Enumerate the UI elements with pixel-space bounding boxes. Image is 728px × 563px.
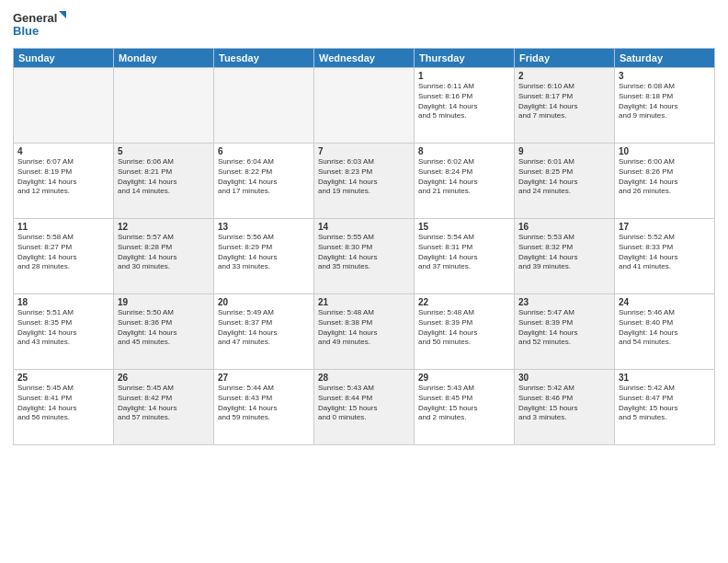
day-cell: 27Sunrise: 5:44 AM Sunset: 8:43 PM Dayli… [214, 370, 314, 445]
col-header-tuesday: Tuesday [214, 49, 314, 68]
day-cell: 14Sunrise: 5:55 AM Sunset: 8:30 PM Dayli… [314, 219, 415, 294]
logo-svg: GeneralBlue [13, 9, 68, 42]
day-cell: 9Sunrise: 6:01 AM Sunset: 8:25 PM Daylig… [515, 144, 615, 219]
day-cell: 4Sunrise: 6:07 AM Sunset: 8:19 PM Daylig… [14, 144, 114, 219]
day-cell: 22Sunrise: 5:48 AM Sunset: 8:39 PM Dayli… [415, 294, 515, 370]
day-cell: 23Sunrise: 5:47 AM Sunset: 8:39 PM Dayli… [515, 294, 615, 370]
day-number: 26 [118, 373, 210, 383]
day-info: Sunrise: 5:55 AM Sunset: 8:30 PM Dayligh… [318, 233, 410, 272]
col-header-saturday: Saturday [615, 49, 715, 68]
day-cell: 5Sunrise: 6:06 AM Sunset: 8:21 PM Daylig… [114, 144, 214, 219]
day-info: Sunrise: 5:50 AM Sunset: 8:36 PM Dayligh… [118, 308, 210, 348]
day-number: 22 [418, 297, 510, 307]
day-info: Sunrise: 6:08 AM Sunset: 8:18 PM Dayligh… [619, 82, 711, 121]
day-number: 23 [518, 297, 610, 307]
svg-marker-2 [59, 11, 66, 18]
day-number: 25 [17, 373, 109, 383]
day-cell: 20Sunrise: 5:49 AM Sunset: 8:37 PM Dayli… [214, 294, 314, 370]
day-cell: 16Sunrise: 5:53 AM Sunset: 8:32 PM Dayli… [515, 219, 615, 294]
day-number: 28 [318, 373, 410, 383]
day-cell: 28Sunrise: 5:43 AM Sunset: 8:44 PM Dayli… [314, 370, 415, 445]
day-number: 27 [218, 373, 310, 383]
day-info: Sunrise: 5:48 AM Sunset: 8:39 PM Dayligh… [418, 308, 510, 348]
day-info: Sunrise: 5:46 AM Sunset: 8:40 PM Dayligh… [619, 308, 711, 348]
day-info: Sunrise: 5:42 AM Sunset: 8:46 PM Dayligh… [518, 384, 610, 423]
day-cell: 25Sunrise: 5:45 AM Sunset: 8:41 PM Dayli… [14, 370, 114, 445]
day-number: 3 [619, 71, 711, 81]
day-number: 17 [619, 222, 711, 232]
header: GeneralBlue [13, 9, 715, 42]
day-cell: 18Sunrise: 5:51 AM Sunset: 8:35 PM Dayli… [14, 294, 114, 370]
week-row-3: 18Sunrise: 5:51 AM Sunset: 8:35 PM Dayli… [14, 294, 715, 370]
day-number: 13 [218, 222, 310, 232]
day-number: 29 [418, 373, 510, 383]
day-number: 10 [619, 146, 711, 156]
day-cell: 6Sunrise: 6:04 AM Sunset: 8:22 PM Daylig… [214, 144, 314, 219]
day-cell: 31Sunrise: 5:42 AM Sunset: 8:47 PM Dayli… [615, 370, 715, 445]
day-number: 24 [619, 297, 711, 307]
day-number: 18 [17, 297, 109, 307]
day-info: Sunrise: 6:07 AM Sunset: 8:19 PM Dayligh… [17, 157, 109, 197]
day-number: 15 [418, 222, 510, 232]
svg-text:General: General [13, 11, 57, 25]
day-cell: 29Sunrise: 5:43 AM Sunset: 8:45 PM Dayli… [415, 370, 515, 445]
col-header-thursday: Thursday [415, 49, 515, 68]
day-cell: 12Sunrise: 5:57 AM Sunset: 8:28 PM Dayli… [114, 219, 214, 294]
day-cell: 19Sunrise: 5:50 AM Sunset: 8:36 PM Dayli… [114, 294, 214, 370]
day-info: Sunrise: 5:52 AM Sunset: 8:33 PM Dayligh… [619, 233, 711, 272]
day-info: Sunrise: 5:54 AM Sunset: 8:31 PM Dayligh… [418, 233, 510, 272]
week-row-4: 25Sunrise: 5:45 AM Sunset: 8:41 PM Dayli… [14, 370, 715, 445]
day-cell: 26Sunrise: 5:45 AM Sunset: 8:42 PM Dayli… [114, 370, 214, 445]
day-cell [214, 68, 314, 144]
calendar-table: SundayMondayTuesdayWednesdayThursdayFrid… [13, 48, 715, 445]
day-cell: 30Sunrise: 5:42 AM Sunset: 8:46 PM Dayli… [515, 370, 615, 445]
day-info: Sunrise: 5:58 AM Sunset: 8:27 PM Dayligh… [17, 233, 109, 272]
day-cell [314, 68, 415, 144]
week-row-0: 1Sunrise: 6:11 AM Sunset: 8:16 PM Daylig… [14, 68, 715, 144]
day-number: 21 [318, 297, 410, 307]
day-cell: 24Sunrise: 5:46 AM Sunset: 8:40 PM Dayli… [615, 294, 715, 370]
day-info: Sunrise: 6:04 AM Sunset: 8:22 PM Dayligh… [218, 157, 310, 197]
day-cell: 1Sunrise: 6:11 AM Sunset: 8:16 PM Daylig… [415, 68, 515, 144]
day-cell [14, 68, 114, 144]
col-header-sunday: Sunday [14, 49, 114, 68]
day-number: 20 [218, 297, 310, 307]
day-cell [114, 68, 214, 144]
day-number: 9 [518, 146, 610, 156]
day-cell: 15Sunrise: 5:54 AM Sunset: 8:31 PM Dayli… [415, 219, 515, 294]
day-cell: 10Sunrise: 6:00 AM Sunset: 8:26 PM Dayli… [615, 144, 715, 219]
day-info: Sunrise: 6:02 AM Sunset: 8:24 PM Dayligh… [418, 157, 510, 197]
day-info: Sunrise: 5:43 AM Sunset: 8:44 PM Dayligh… [318, 384, 410, 423]
day-info: Sunrise: 5:51 AM Sunset: 8:35 PM Dayligh… [17, 308, 109, 348]
day-number: 19 [118, 297, 210, 307]
day-cell: 21Sunrise: 5:48 AM Sunset: 8:38 PM Dayli… [314, 294, 415, 370]
day-cell: 3Sunrise: 6:08 AM Sunset: 8:18 PM Daylig… [615, 68, 715, 144]
svg-text:Blue: Blue [13, 24, 39, 38]
day-number: 12 [118, 222, 210, 232]
day-number: 14 [318, 222, 410, 232]
col-header-monday: Monday [114, 49, 214, 68]
day-number: 7 [318, 146, 410, 156]
day-number: 5 [118, 146, 210, 156]
day-info: Sunrise: 5:48 AM Sunset: 8:38 PM Dayligh… [318, 308, 410, 348]
day-number: 31 [619, 373, 711, 383]
col-header-wednesday: Wednesday [314, 49, 415, 68]
day-cell: 2Sunrise: 6:10 AM Sunset: 8:17 PM Daylig… [515, 68, 615, 144]
day-info: Sunrise: 6:00 AM Sunset: 8:26 PM Dayligh… [619, 157, 711, 197]
day-info: Sunrise: 6:11 AM Sunset: 8:16 PM Dayligh… [418, 82, 510, 121]
day-info: Sunrise: 6:01 AM Sunset: 8:25 PM Dayligh… [518, 157, 610, 197]
day-info: Sunrise: 5:45 AM Sunset: 8:42 PM Dayligh… [118, 384, 210, 423]
week-row-1: 4Sunrise: 6:07 AM Sunset: 8:19 PM Daylig… [14, 144, 715, 219]
day-info: Sunrise: 5:45 AM Sunset: 8:41 PM Dayligh… [17, 384, 109, 423]
day-info: Sunrise: 6:10 AM Sunset: 8:17 PM Dayligh… [518, 82, 610, 121]
day-cell: 11Sunrise: 5:58 AM Sunset: 8:27 PM Dayli… [14, 219, 114, 294]
day-cell: 13Sunrise: 5:56 AM Sunset: 8:29 PM Dayli… [214, 219, 314, 294]
day-number: 2 [518, 71, 610, 81]
day-info: Sunrise: 5:43 AM Sunset: 8:45 PM Dayligh… [418, 384, 510, 423]
day-cell: 8Sunrise: 6:02 AM Sunset: 8:24 PM Daylig… [415, 144, 515, 219]
day-info: Sunrise: 5:47 AM Sunset: 8:39 PM Dayligh… [518, 308, 610, 348]
day-number: 8 [418, 146, 510, 156]
day-number: 1 [418, 71, 510, 81]
day-cell: 17Sunrise: 5:52 AM Sunset: 8:33 PM Dayli… [615, 219, 715, 294]
day-number: 30 [518, 373, 610, 383]
